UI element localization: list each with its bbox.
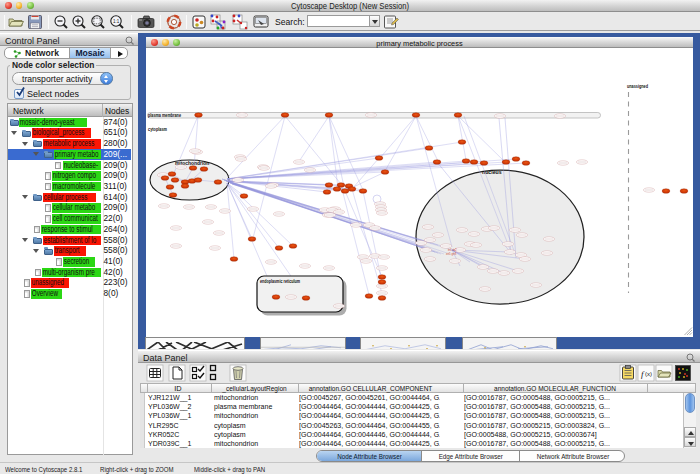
svg-text:unassigned: unassigned bbox=[627, 83, 648, 89]
svg-text:xtr5 gtr8: xtr5 gtr8 bbox=[446, 252, 457, 256]
svg-text:plasma membrane: plasma membrane bbox=[148, 112, 181, 118]
svg-text:cytoplasm: cytoplasm bbox=[148, 126, 167, 132]
svg-text:(x): (x) bbox=[645, 371, 652, 377]
svg-text:nucleus: nucleus bbox=[482, 169, 502, 175]
svg-text:endoplasmic reticulum: endoplasmic reticulum bbox=[260, 278, 300, 284]
